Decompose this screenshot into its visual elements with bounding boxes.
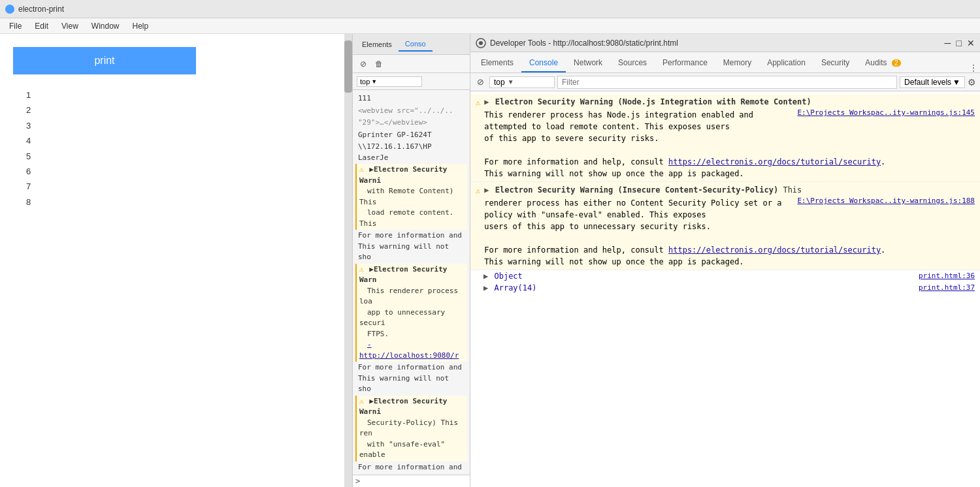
object-expand-arrow: ▶ xyxy=(483,272,488,281)
devtools-left-content: 111 <webview src="../../.. "29">…</webvi… xyxy=(353,90,470,475)
devtools-left-tab-console[interactable]: Conso xyxy=(399,37,433,52)
devtools-window-controls: ─ □ ✕ xyxy=(945,38,975,48)
devtools-console-content: ⚠ ▶ Electron Security Warning (Node.js I… xyxy=(470,91,980,487)
menu-help[interactable]: Help xyxy=(126,20,155,32)
default-levels-label: Default levels xyxy=(904,78,951,87)
stop-recording-button[interactable]: ⊘ xyxy=(474,76,487,88)
expand-warning-2[interactable]: ▶ Electron Security Warning (Insecure Co… xyxy=(484,185,783,195)
warning-1-content: ▶ Electron Security Warning (Node.js Int… xyxy=(484,96,975,180)
security-link-2[interactable]: https://electronis.org/docs/tutorial/sec… xyxy=(668,245,881,255)
print-button[interactable]: print xyxy=(13,47,196,74)
audits-badge: 2 xyxy=(892,59,901,67)
menu-view[interactable]: View xyxy=(55,20,85,32)
devtools-left-toolbar: ⊘ 🗑 xyxy=(353,55,470,73)
app-scrollbar[interactable] xyxy=(344,34,352,487)
maximize-button[interactable]: □ xyxy=(956,38,962,48)
console-warning-3: ⚠ ▶Electron Security Warni Security-Poli… xyxy=(355,396,467,462)
devtools-left-filter: top ▼ xyxy=(353,73,470,90)
tab-memory[interactable]: Memory xyxy=(715,54,759,72)
console-line-num: 111 xyxy=(355,93,467,105)
console-line-info3: For more information and This warning wi… xyxy=(355,462,467,475)
devtools-tabs: Elements Console Network Sources Perform… xyxy=(470,52,980,73)
line-8: 8 xyxy=(26,195,331,210)
scrollbar-thumb xyxy=(344,40,352,93)
console-line-info1: For more information and This warning wi… xyxy=(355,230,467,264)
top-selector[interactable]: top ▼ xyxy=(489,76,555,88)
security-link-1[interactable]: https://electronis.org/docs/tutorial/sec… xyxy=(668,157,881,166)
clear-icon-left[interactable]: 🗑 xyxy=(372,57,385,71)
localhost-link[interactable]: - http://localhost:9080/r xyxy=(359,340,459,360)
close-button[interactable]: ✕ xyxy=(967,38,975,48)
filter-input[interactable] xyxy=(557,76,897,89)
object-label[interactable]: Object xyxy=(494,272,522,281)
devtools-console-toolbar: ⊘ top ▼ Default levels ▼ ⚙ xyxy=(470,73,980,91)
line-1: 1 xyxy=(26,87,331,102)
console-line-info2: For more information and This warning wi… xyxy=(355,362,467,396)
tab-network[interactable]: Network xyxy=(566,54,610,72)
tab-application[interactable]: Application xyxy=(759,54,813,72)
console-line-webview2: "29">…</webview> xyxy=(355,117,467,129)
devtools-left-tab-elements[interactable]: Elements xyxy=(355,38,399,51)
console-entry-array: ▶ Array(14) print.html:37 xyxy=(470,282,980,294)
console-entry-warning-2: ⚠ ▶ Electron Security Warning (Insecure … xyxy=(470,182,980,270)
warn-icon-2: ⚠ xyxy=(359,265,364,274)
console-line-gprinter: Gprinter GP-1624T xyxy=(355,129,467,142)
expand-warning-1[interactable]: ▶ Electron Security Warning (Node.js Int… xyxy=(484,97,811,106)
app-title: electron-print xyxy=(18,5,64,14)
menu-edit[interactable]: Edit xyxy=(28,20,55,32)
devtools-titlebar-left: Developer Tools - http://localhost:9080/… xyxy=(476,38,678,48)
line-4: 4 xyxy=(26,133,331,148)
top-label-left: top xyxy=(360,78,370,86)
devtools-left-panel: Elements Conso ⊘ 🗑 top ▼ 111 <webview sr… xyxy=(353,34,470,487)
devtools-left-tabs: Elements Conso xyxy=(353,34,470,55)
top-caret-icon: ▼ xyxy=(508,78,514,86)
array-label[interactable]: Array(14) xyxy=(494,283,536,292)
warning-2-title: Electron Security Warning (Insecure Cont… xyxy=(495,185,778,195)
top-label: top xyxy=(494,78,505,87)
line-5: 5 xyxy=(26,149,331,164)
tab-security[interactable]: Security xyxy=(813,54,857,72)
tab-sources[interactable]: Sources xyxy=(610,54,655,72)
app-icon xyxy=(5,5,14,14)
warning-1-body: This renderer process has Node.js integr… xyxy=(484,109,975,180)
app-content-scroll: print 1 2 3 4 5 6 7 8 xyxy=(0,34,344,487)
app-menubar: File Edit View Window Help xyxy=(0,18,980,34)
line-6: 6 xyxy=(26,164,331,179)
line-7: 7 xyxy=(26,179,331,194)
warning-1-link[interactable]: E:\Projects Workspac..ity-warnings.js:14… xyxy=(797,108,975,119)
console-input-row: > xyxy=(353,475,470,487)
main-area: print 1 2 3 4 5 6 7 8 Elements Conso xyxy=(0,34,980,487)
more-tabs-button[interactable]: ⋮ xyxy=(970,63,977,72)
devtools-panel: Developer Tools - http://localhost:9080/… xyxy=(470,34,980,487)
default-levels-caret: ▼ xyxy=(953,78,960,87)
warning-2-body: renderer process has either no Content S… xyxy=(484,197,975,268)
menu-file[interactable]: File xyxy=(3,20,28,32)
tab-elements[interactable]: Elements xyxy=(473,54,521,72)
console-warning-2: ⚠ ▶Electron Security Warn This renderer … xyxy=(355,264,467,362)
tab-console[interactable]: Console xyxy=(521,54,566,72)
array-link[interactable]: print.html:37 xyxy=(919,283,975,292)
line-2: 2 xyxy=(26,102,331,118)
default-levels-selector[interactable]: Default levels ▼ xyxy=(900,76,965,88)
console-settings-button[interactable]: ⚙ xyxy=(968,77,976,87)
tab-performance[interactable]: Performance xyxy=(655,54,715,72)
console-entry-object: ▶ Object print.html:36 xyxy=(470,270,980,282)
menu-window[interactable]: Window xyxy=(85,20,126,32)
devtools-logo-icon xyxy=(476,38,486,48)
console-input[interactable] xyxy=(363,477,467,486)
expand-arrow-2: ▶ xyxy=(484,185,489,195)
console-entry-warning-1: ⚠ ▶ Electron Security Warning (Node.js I… xyxy=(470,94,980,182)
warn-triangle-icon-2: ⚠ xyxy=(476,185,480,196)
warn-icon-3: ⚠ xyxy=(359,397,364,405)
warning-2-link[interactable]: E:\Projects Workspac..ity-warnings.js:18… xyxy=(797,196,975,207)
line-3: 3 xyxy=(26,118,331,133)
object-link[interactable]: print.html:36 xyxy=(919,272,975,280)
warn-triangle-icon-1: ⚠ xyxy=(476,97,480,108)
tab-audits[interactable]: Audits 2 xyxy=(857,54,908,72)
devtools-title: Developer Tools - http://localhost:9080/… xyxy=(490,39,678,48)
minimize-button[interactable]: ─ xyxy=(945,38,951,48)
stop-icon-left[interactable]: ⊘ xyxy=(357,57,370,71)
app-panel: print 1 2 3 4 5 6 7 8 xyxy=(0,34,353,487)
top-caret-left: ▼ xyxy=(371,78,377,85)
app-titlebar: electron-print xyxy=(0,0,980,18)
